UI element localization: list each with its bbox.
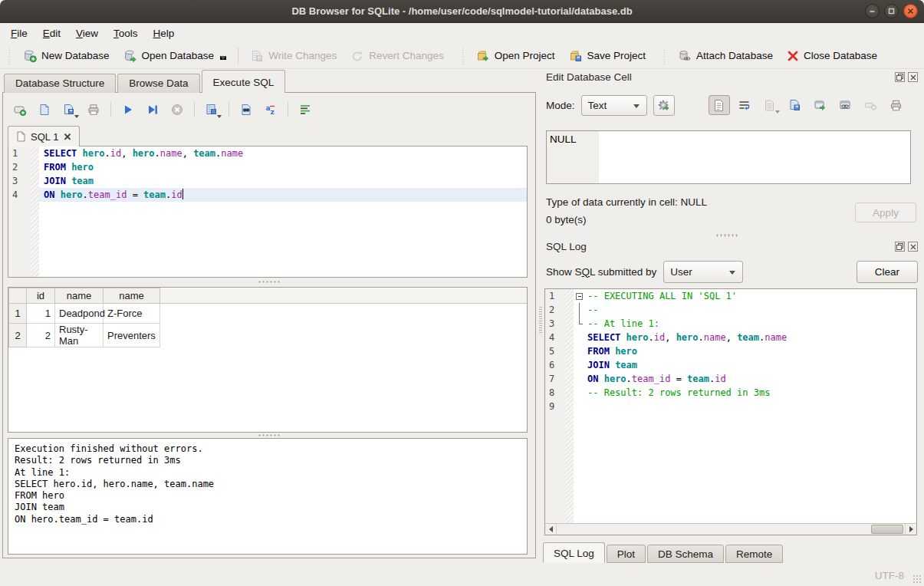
attach-database-button[interactable]: Attach Database	[671, 46, 780, 66]
sql-file-tab[interactable]: SQL 1 ✕	[8, 126, 80, 146]
toolbar-handle[interactable]	[8, 48, 12, 64]
cell-name[interactable]: Rusty-Man	[55, 324, 104, 347]
row-header[interactable]: 1	[9, 304, 27, 324]
word-wrap-button[interactable]	[294, 100, 316, 120]
menu-file[interactable]: File	[3, 25, 35, 42]
execution-message-panel[interactable]: Execution finished without errors. Resul…	[8, 438, 528, 555]
open-sql-file-button[interactable]	[34, 100, 55, 120]
column-header-name2[interactable]: name	[104, 288, 160, 304]
fold-marker[interactable]	[574, 289, 586, 303]
float-panel-button[interactable]	[895, 242, 905, 252]
menubar: File Edit View Tools Help	[0, 23, 924, 43]
splitter-results-message[interactable]	[3, 433, 535, 438]
close-sql-tab-icon[interactable]: ✕	[63, 131, 71, 143]
cell-name[interactable]: Deadpond	[55, 304, 104, 324]
open-project-button[interactable]: Open Project	[469, 46, 562, 66]
save-results-menu-arrow-icon[interactable]	[217, 115, 222, 118]
menu-edit[interactable]: Edit	[35, 25, 68, 42]
print-sql-button[interactable]	[83, 100, 104, 120]
cell-name2[interactable]: Preventers	[104, 324, 160, 347]
editor-line: 3 JOIN team	[8, 174, 527, 188]
auto-switch-mode-button[interactable]	[653, 95, 675, 116]
new-database-button[interactable]: New Database	[16, 46, 117, 66]
table-row: 1 1 Deadpond Z-Force	[9, 304, 528, 324]
scroll-left-button[interactable]	[545, 524, 557, 535]
dock-tab-remote[interactable]: Remote	[725, 545, 783, 563]
tab-database-structure[interactable]: Database Structure	[4, 74, 116, 93]
dock-tab-plot[interactable]: Plot	[607, 545, 646, 563]
corner-header[interactable]	[9, 288, 27, 304]
print-cell-button[interactable]	[886, 95, 907, 115]
main-toolbar: New Database Open Database Write Changes…	[0, 43, 924, 69]
mode-select[interactable]: Text	[581, 95, 647, 116]
horizontal-scrollbar[interactable]	[545, 523, 916, 535]
text-mode-icon	[712, 99, 725, 112]
close-database-button[interactable]: Close Database	[780, 47, 884, 65]
splitter-editor-results[interactable]	[3, 279, 535, 285]
tab-execute-sql[interactable]: Execute SQL	[202, 70, 286, 93]
clear-log-button[interactable]: Clear	[857, 261, 918, 283]
toolbar-handle[interactable]	[663, 48, 667, 64]
execute-all-button[interactable]	[117, 100, 139, 120]
stop-button[interactable]	[166, 100, 188, 120]
text-mode-button[interactable]	[709, 95, 730, 115]
panel-splitter[interactable]	[539, 307, 542, 334]
float-icon	[896, 74, 903, 81]
text-cursor	[182, 189, 184, 199]
log-line: 9	[545, 400, 916, 413]
close-panel-button[interactable]	[908, 72, 918, 82]
import-data-button[interactable]	[759, 95, 781, 115]
column-header-id[interactable]: id	[27, 288, 55, 304]
open-external-button[interactable]	[810, 95, 831, 115]
minimize-button[interactable]	[865, 4, 880, 18]
export-data-button[interactable]	[784, 95, 806, 115]
encoding-indicator[interactable]: UTF-8	[875, 570, 904, 581]
new-sql-tab-button[interactable]	[9, 100, 31, 120]
sql-log-view[interactable]: 1 -- EXECUTING ALL IN 'SQL 1' 2 -- 3 -- …	[544, 288, 917, 535]
close-button[interactable]	[903, 4, 918, 18]
menu-help[interactable]: Help	[146, 25, 182, 42]
float-panel-button[interactable]	[895, 72, 905, 82]
scrollbar-thumb[interactable]	[871, 525, 903, 534]
attach-database-icon	[678, 49, 692, 63]
toolbar-separator	[194, 102, 195, 117]
stop-icon	[170, 103, 184, 117]
open-database-button[interactable]: Open Database	[117, 46, 234, 66]
log-filter-select[interactable]: User	[663, 261, 743, 283]
revert-changes-button[interactable]: Revert Changes	[344, 46, 451, 66]
menu-view[interactable]: View	[68, 25, 106, 42]
splitter-cell-log[interactable]	[715, 234, 738, 237]
link-button[interactable]	[835, 95, 857, 115]
menu-tools[interactable]: Tools	[106, 25, 146, 42]
word-wrap-button[interactable]	[734, 95, 755, 115]
cell-id[interactable]: 2	[27, 324, 55, 347]
save-sql-file-button[interactable]	[58, 100, 80, 120]
cell-name2[interactable]: Z-Force	[104, 304, 160, 324]
code-format-button[interactable]: a z	[260, 100, 281, 120]
save-results-button[interactable]	[201, 100, 222, 120]
scroll-right-button[interactable]	[905, 524, 916, 535]
save-project-button[interactable]: Save Project	[562, 46, 653, 66]
close-icon	[907, 8, 914, 15]
cell-id[interactable]: 1	[27, 304, 55, 324]
sql-editor[interactable]: 1 SELECT hero.id, hero.name, team.name 2…	[8, 146, 528, 278]
cell-value-editor[interactable]: NULL	[546, 130, 911, 184]
set-null-button[interactable]	[860, 95, 882, 115]
execute-line-button[interactable]	[142, 100, 163, 120]
right-pane: Edit Database Cell Mode: Text	[538, 69, 924, 565]
resize-grip-icon[interactable]	[912, 574, 922, 584]
find-button[interactable]	[235, 100, 257, 120]
close-panel-button[interactable]	[908, 242, 918, 252]
sql-log-controls: Show SQL submitted by User Clear	[546, 259, 918, 284]
maximize-button[interactable]	[884, 4, 899, 18]
write-changes-button[interactable]: Write Changes	[243, 46, 344, 66]
open-database-menu-arrow-icon[interactable]	[220, 56, 226, 60]
dock-tab-sql-log[interactable]: SQL Log	[543, 542, 605, 563]
tab-browse-data[interactable]: Browse Data	[117, 74, 199, 93]
column-header-name[interactable]: name	[55, 288, 104, 304]
apply-button[interactable]: Apply	[855, 202, 916, 222]
row-header[interactable]: 2	[9, 324, 27, 347]
save-sql-menu-arrow-icon[interactable]	[74, 115, 79, 118]
dock-tab-db-schema[interactable]: DB Schema	[647, 545, 724, 563]
toolbar-handle[interactable]	[462, 48, 465, 64]
